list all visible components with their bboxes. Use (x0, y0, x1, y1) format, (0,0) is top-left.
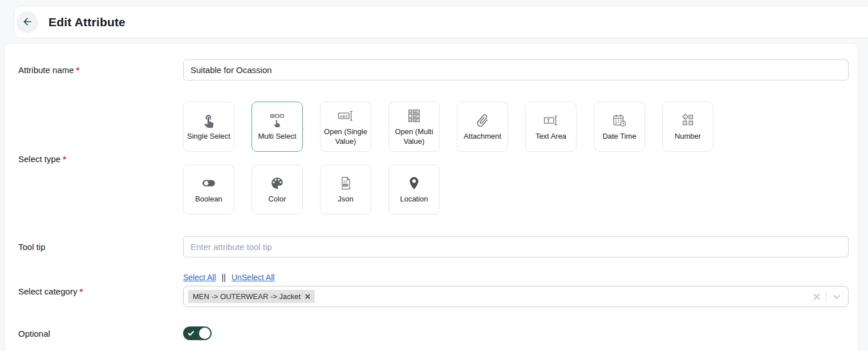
required-marker: * (76, 65, 80, 75)
select-type-label: Select type* (18, 152, 66, 165)
type-option-label: Date Time (602, 132, 636, 141)
type-option-label: Number (675, 132, 701, 141)
required-marker: * (79, 287, 83, 296)
unselect-all-link[interactable]: UnSelect All (232, 273, 274, 282)
svg-text:T: T (547, 119, 550, 124)
single-select-tap-icon (201, 112, 216, 129)
chevron-down-icon[interactable] (830, 291, 843, 302)
header: Edit Attribute (14, 6, 868, 38)
toggle-knob (199, 328, 210, 339)
open-multi-value-icon (407, 107, 421, 124)
page-title: Edit Attribute (48, 6, 125, 38)
tool-tip-input[interactable] (183, 236, 849, 257)
boolean-toggle-icon (200, 175, 217, 192)
tool-tip-label: Tool tip (18, 240, 46, 253)
type-option-boolean[interactable]: Boolean (183, 164, 234, 215)
category-tag-text: MEN -> OUTERWEAR -> Jacket (193, 292, 301, 301)
type-option-label: Json (338, 195, 353, 204)
type-option-label: Open (Single Value) (323, 127, 368, 146)
clear-selection-icon[interactable] (811, 292, 822, 301)
optional-toggle[interactable] (183, 326, 212, 340)
edit-attribute-form: Attribute name* Select type* Single Sele… (4, 43, 859, 351)
multi-select-tap-icon (270, 112, 285, 129)
links-separator: || (222, 273, 226, 282)
type-option-label: Single Select (187, 132, 230, 141)
color-palette-icon (270, 175, 285, 192)
type-option-label: Attachment (464, 132, 501, 141)
text-area-icon: T (542, 112, 559, 129)
type-option-multi-select[interactable]: Multi Select (252, 102, 303, 152)
select-controls (811, 287, 843, 306)
select-category-label: Select category* (18, 285, 83, 297)
date-time-calendar-icon (612, 112, 627, 129)
type-option-label: Boolean (195, 195, 222, 204)
back-button[interactable] (17, 11, 38, 33)
controls-divider (826, 291, 826, 302)
type-option-label: Text Area (536, 132, 566, 141)
category-tag: MEN -> OUTERWEAR -> Jacket (188, 290, 315, 303)
type-option-color[interactable]: Color (252, 164, 303, 215)
optional-label: Optional (18, 327, 50, 340)
attribute-name-input[interactable] (183, 59, 849, 80)
open-single-value-icon: ABC (337, 107, 354, 124)
type-option-location[interactable]: Location (388, 164, 440, 215)
type-option-date-time[interactable]: Date Time (594, 102, 645, 152)
required-marker: * (63, 154, 66, 164)
type-option-label: Multi Select (258, 132, 296, 141)
type-option-json[interactable]: {:} JSON Json (320, 164, 371, 215)
type-option-single-select[interactable]: Single Select (183, 102, 234, 152)
number-icon: 8 3 5 1 (680, 112, 695, 129)
svg-text:5: 5 (690, 122, 692, 125)
svg-text:1: 1 (684, 115, 686, 119)
attribute-name-label: Attribute name* (18, 63, 79, 76)
type-option-open-multi-value[interactable]: Open (Multi Value) (388, 102, 440, 152)
type-option-number[interactable]: 8 3 5 1 Number (662, 102, 713, 152)
category-multiselect[interactable]: MEN -> OUTERWEAR -> Jacket (183, 286, 849, 307)
type-option-attachment[interactable]: Attachment (457, 102, 508, 152)
type-option-label: Open (Multi Value) (391, 127, 437, 146)
category-links-row: Select All || UnSelect All (183, 272, 274, 283)
svg-text:ABC: ABC (340, 114, 348, 118)
type-option-text-area[interactable]: T Text Area (525, 102, 577, 152)
svg-text:8: 8 (690, 115, 692, 119)
svg-text:{:}: {:} (343, 180, 347, 183)
svg-text:JSON: JSON (343, 184, 349, 187)
type-option-label: Color (268, 195, 286, 204)
select-all-link[interactable]: Select All (183, 273, 216, 282)
tag-remove-icon[interactable] (305, 294, 310, 299)
check-icon (188, 330, 194, 338)
type-options-grid: Single Select Multi Select (183, 102, 731, 215)
location-pin-icon (407, 175, 421, 192)
type-option-open-single-value[interactable]: ABC Open (Single Value) (320, 102, 371, 152)
arrow-left-icon (22, 16, 33, 29)
svg-text:3: 3 (684, 122, 686, 125)
attachment-paperclip-icon (475, 112, 490, 129)
json-file-icon: {:} JSON (338, 175, 353, 192)
type-option-label: Location (400, 195, 428, 204)
